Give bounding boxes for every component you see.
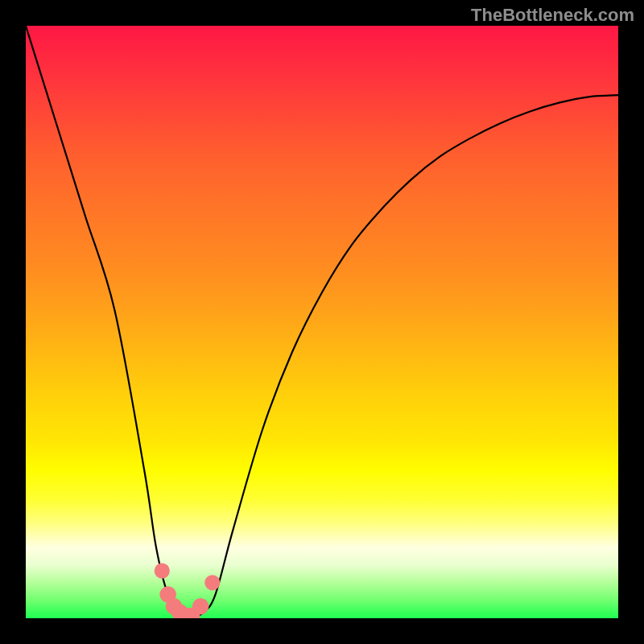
chart-root: TheBottleneck.com: [0, 0, 644, 644]
bottleneck-curve-svg: [26, 26, 618, 618]
curve-marker: [204, 575, 220, 590]
bottleneck-curve: [26, 26, 618, 618]
curve-marker: [192, 598, 209, 615]
plot-area: [26, 26, 618, 618]
curve-markers: [155, 564, 221, 618]
watermark-text: TheBottleneck.com: [471, 5, 634, 26]
curve-marker: [155, 564, 170, 579]
